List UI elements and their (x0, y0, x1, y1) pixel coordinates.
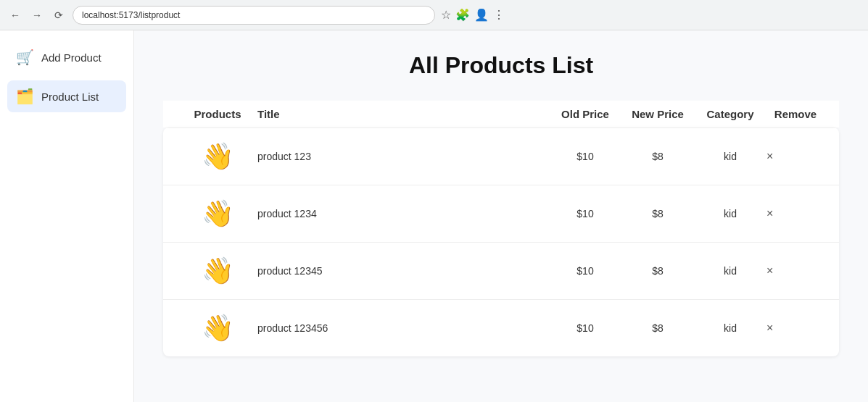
product-new-price: $8 (621, 151, 694, 162)
product-title: product 123456 (257, 322, 549, 334)
product-new-price: $8 (621, 265, 694, 277)
table-row: 👋 product 123456 $10 $8 kid × (163, 299, 839, 356)
product-category: kid (694, 151, 766, 162)
table-row: 👋 product 123 $10 $8 kid × (163, 127, 839, 185)
table-row: 👋 product 12345 $10 $8 kid × (163, 242, 839, 299)
product-category: kid (694, 208, 766, 219)
menu-icon[interactable]: ⋮ (493, 8, 505, 22)
remove-button[interactable]: × (766, 322, 773, 335)
url-text: localhost:5173/listproduct (82, 10, 180, 20)
product-image: 👋 (178, 141, 257, 172)
product-old-price: $10 (549, 208, 621, 219)
main-content: All Products List Products Title Old Pri… (134, 30, 868, 402)
refresh-button[interactable]: ⟳ (51, 7, 67, 23)
table-row: 👋 product 1234 $10 $8 kid × (163, 185, 839, 242)
remove-button[interactable]: × (766, 207, 773, 220)
remove-cell: × (766, 207, 824, 220)
table-header: Products Title Old Price New Price Categ… (163, 101, 839, 127)
products-table-container: Products Title Old Price New Price Categ… (163, 101, 839, 356)
remove-cell: × (766, 322, 824, 335)
product-old-price: $10 (549, 322, 621, 334)
folder-icon: 🗂️ (16, 88, 34, 105)
product-title: product 1234 (257, 208, 549, 219)
product-old-price: $10 (549, 265, 621, 277)
product-image: 👋 (178, 313, 257, 343)
product-title: product 12345 (257, 265, 549, 277)
remove-button[interactable]: × (766, 264, 773, 277)
product-new-price: $8 (621, 322, 694, 334)
col-remove: Remove (766, 108, 824, 120)
remove-cell: × (766, 264, 824, 277)
product-category: kid (694, 322, 766, 334)
sidebar-product-list-label: Product List (41, 91, 99, 103)
sidebar-add-product-label: Add Product (41, 51, 102, 64)
product-title: product 123 (257, 151, 549, 162)
remove-button[interactable]: × (766, 150, 773, 163)
col-products: Products (178, 108, 257, 120)
col-category: Category (694, 108, 766, 120)
cart-icon: 🛒 (16, 49, 34, 66)
col-old-price: Old Price (549, 108, 621, 120)
product-old-price: $10 (549, 151, 621, 162)
browser-icons: ☆ 🧩 👤 ⋮ (441, 8, 505, 22)
sidebar-item-product-list[interactable]: 🗂️ Product List (7, 80, 126, 112)
sidebar-item-add-product[interactable]: 🛒 Add Product (7, 41, 126, 73)
product-image: 👋 (178, 256, 257, 286)
browser-chrome: ← → ⟳ localhost:5173/listproduct ☆ 🧩 👤 ⋮ (0, 0, 868, 30)
address-bar[interactable]: localhost:5173/listproduct (73, 6, 435, 25)
product-category: kid (694, 265, 766, 277)
col-new-price: New Price (621, 108, 694, 120)
product-new-price: $8 (621, 208, 694, 219)
forward-button[interactable]: → (29, 7, 45, 23)
table-body: 👋 product 123 $10 $8 kid × 👋 product 123… (163, 127, 839, 356)
star-icon[interactable]: ☆ (441, 8, 451, 22)
col-title: Title (257, 108, 549, 120)
page-title: All Products List (163, 52, 839, 79)
back-button[interactable]: ← (7, 7, 23, 23)
extension-icon[interactable]: 🧩 (455, 8, 470, 22)
product-image: 👋 (178, 198, 257, 229)
sidebar: 🛒 Add Product 🗂️ Product List (0, 30, 134, 402)
app-layout: 🛒 Add Product 🗂️ Product List All Produc… (0, 30, 868, 402)
remove-cell: × (766, 150, 824, 163)
profile-icon[interactable]: 👤 (474, 8, 489, 22)
